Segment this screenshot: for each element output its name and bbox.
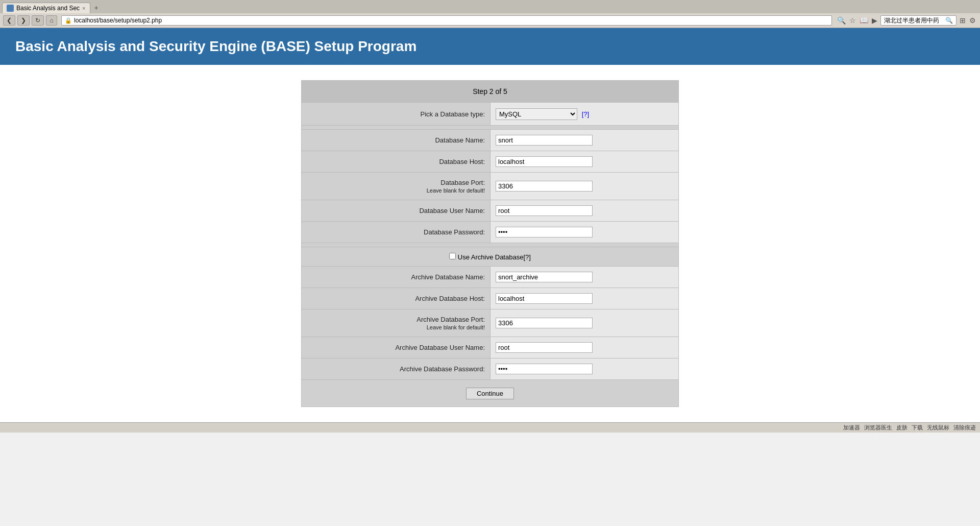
archive-db-port-row: Archive Database Port: Leave blank for d… (302, 309, 679, 337)
separator-cell-1 (302, 126, 679, 130)
tab-bar: Basic Analysis and Sec × + (0, 0, 980, 13)
continue-row: Continue (302, 380, 679, 407)
db-user-label: Database User Name: (302, 200, 491, 222)
archive-db-user-input[interactable] (496, 342, 593, 353)
archive-db-host-label: Archive Database Host: (302, 288, 491, 309)
archive-db-port-input[interactable] (496, 318, 593, 328)
status-item-3: 皮肤 (896, 424, 908, 432)
continue-cell: Continue (302, 380, 679, 407)
separator-row-2 (302, 243, 679, 247)
db-type-row: Pick a Database type: MySQL [?] (302, 103, 679, 126)
address-input[interactable] (74, 17, 828, 24)
tab-title: Basic Analysis and Sec (16, 5, 80, 12)
archive-db-port-label: Archive Database Port: Leave blank for d… (302, 309, 491, 337)
setup-form-table: Step 2 of 5 Pick a Database type: MySQL … (301, 80, 679, 407)
archive-db-user-row: Archive Database User Name: (302, 337, 679, 358)
archive-db-name-cell (491, 267, 679, 288)
db-type-select[interactable]: MySQL (496, 108, 577, 120)
db-pass-cell (491, 222, 679, 243)
archive-db-port-cell (491, 309, 679, 337)
new-tab-button[interactable]: + (90, 2, 103, 13)
address-bar[interactable]: 🔒 (61, 15, 832, 26)
step-header-cell: Step 2 of 5 (302, 81, 679, 103)
search-magnifier-icon: 🔍 (836, 16, 847, 25)
status-item-5: 无线鼠标 (927, 424, 949, 432)
forward-button[interactable]: ❯ (17, 15, 30, 26)
db-user-input[interactable] (496, 205, 593, 216)
db-host-row: Database Host: (302, 151, 679, 173)
db-pass-input[interactable] (496, 227, 593, 237)
archive-db-pass-row: Archive Database Password: (302, 358, 679, 380)
forward-nav-icon[interactable]: ▶ (871, 16, 878, 25)
separator-row-1 (302, 126, 679, 130)
db-name-row: Database Name: (302, 130, 679, 151)
db-name-cell (491, 130, 679, 151)
star-icon[interactable]: ☆ (848, 16, 857, 25)
db-host-cell (491, 151, 679, 173)
status-item-1: 加速器 (843, 424, 860, 432)
page-body: Step 2 of 5 Pick a Database type: MySQL … (0, 65, 980, 422)
page-header: Basic Analysis and Security Engine (BASE… (0, 28, 980, 65)
archive-db-host-input[interactable] (496, 293, 593, 304)
continue-button[interactable]: Continue (466, 388, 514, 399)
archive-db-pass-cell (491, 358, 679, 380)
refresh-button[interactable]: ↻ (32, 15, 44, 26)
db-port-cell (491, 173, 679, 200)
archive-checkbox[interactable] (449, 253, 456, 259)
grid-icon[interactable]: ⊞ (959, 16, 967, 25)
status-bar: 加速器 浏览器医生 皮肤 下载 无线鼠标 清除痕迹 (0, 422, 980, 433)
db-host-input[interactable] (496, 156, 593, 167)
status-item-6: 清除痕迹 (953, 424, 976, 432)
db-host-label: Database Host: (302, 151, 491, 173)
tab-close-button[interactable]: × (82, 5, 85, 11)
db-pass-row: Database Password: (302, 222, 679, 243)
archive-checkbox-cell: Use Archive Database[?] (302, 247, 679, 267)
step-header-row: Step 2 of 5 (302, 81, 679, 103)
archive-db-pass-label: Archive Database Password: (302, 358, 491, 380)
db-user-row: Database User Name: (302, 200, 679, 222)
db-name-input[interactable] (496, 135, 593, 146)
db-name-label: Database Name: (302, 130, 491, 151)
active-tab[interactable]: Basic Analysis and Sec × (2, 3, 90, 13)
back-button[interactable]: ❮ (3, 15, 15, 26)
archive-checkbox-row: Use Archive Database[?] (302, 247, 679, 267)
search-icon[interactable]: 🔍 (945, 17, 953, 24)
settings-icon[interactable]: ⚙ (968, 16, 977, 25)
archive-db-name-input[interactable] (496, 272, 593, 282)
browser-search-bar[interactable]: 🔍 (880, 15, 957, 26)
archive-db-host-cell (491, 288, 679, 309)
home-button[interactable]: ⌂ (46, 15, 57, 26)
lock-icon: 🔒 (65, 17, 72, 24)
archive-db-user-cell (491, 337, 679, 358)
archive-db-user-label: Archive Database User Name: (302, 337, 491, 358)
bookmark-icon[interactable]: 📖 (859, 16, 869, 25)
archive-db-name-row: Archive Database Name: (302, 267, 679, 288)
browser-search-input[interactable] (884, 17, 945, 24)
db-port-input[interactable] (496, 181, 593, 192)
db-user-cell (491, 200, 679, 222)
db-type-help-link[interactable]: [?] (582, 110, 589, 118)
archive-db-host-row: Archive Database Host: (302, 288, 679, 309)
page-title: Basic Analysis and Security Engine (BASE… (15, 38, 965, 55)
archive-db-name-label: Archive Database Name: (302, 267, 491, 288)
separator-cell-2 (302, 243, 679, 247)
toolbar-icons: 🔍 ☆ 📖 ▶ (836, 16, 878, 25)
browser-chrome: Basic Analysis and Sec × + ❮ ❯ ↻ ⌂ 🔒 🔍 ☆… (0, 0, 980, 28)
extra-toolbar-icons: ⊞ ⚙ (959, 16, 977, 25)
db-type-label: Pick a Database type: (302, 103, 491, 126)
status-item-2: 浏览器医生 (864, 424, 892, 432)
db-type-cell: MySQL [?] (491, 103, 679, 126)
db-pass-label: Database Password: (302, 222, 491, 243)
db-port-label: Database Port: Leave blank for default! (302, 173, 491, 200)
db-port-row: Database Port: Leave blank for default! (302, 173, 679, 200)
status-item-4: 下载 (912, 424, 923, 432)
archive-db-pass-input[interactable] (496, 364, 593, 374)
navigation-bar: ❮ ❯ ↻ ⌂ 🔒 🔍 ☆ 📖 ▶ 🔍 ⊞ ⚙ (0, 13, 980, 28)
tab-favicon (7, 5, 14, 12)
archive-checkbox-label[interactable]: Use Archive Database[?] (449, 253, 531, 261)
